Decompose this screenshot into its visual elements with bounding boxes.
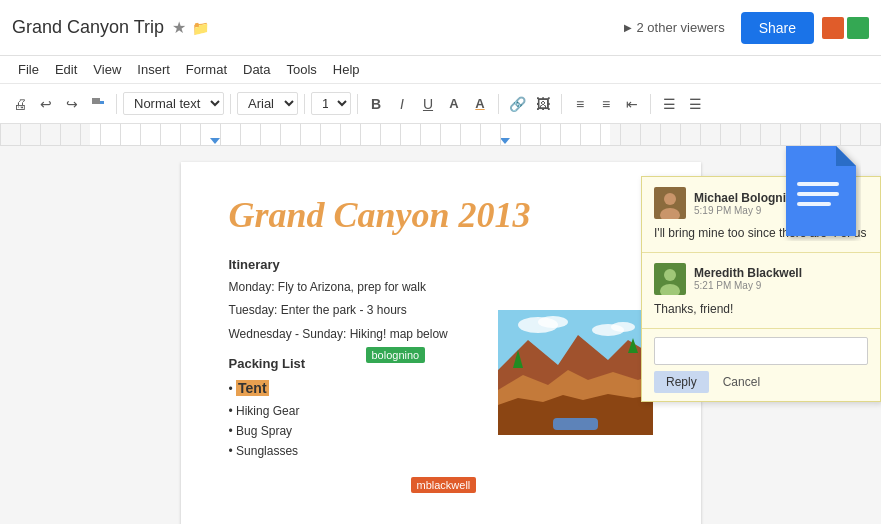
text-style-select[interactable]: Normal text Heading 1 Heading 2 <box>123 92 224 115</box>
redo-icon[interactable]: ↪ <box>60 92 84 116</box>
tent-highlight: Tent <box>236 380 269 396</box>
comment-text-2: Thanks, friend! <box>654 301 868 318</box>
bullet-list-button[interactable]: ≡ <box>594 92 618 116</box>
reply-input[interactable] <box>654 337 868 365</box>
user-dot-green <box>847 17 869 39</box>
toolbar-divider-7 <box>650 94 651 114</box>
svg-rect-16 <box>553 418 598 430</box>
toolbar-divider-4 <box>357 94 358 114</box>
viewers-area: ▶ 2 other viewers <box>624 20 724 35</box>
cursor-tag-bolognino: bolognino <box>366 347 426 363</box>
menu-format[interactable]: Format <box>180 60 233 79</box>
svg-marker-4 <box>500 138 510 144</box>
toolbar-divider-5 <box>498 94 499 114</box>
menu-help[interactable]: Help <box>327 60 366 79</box>
svg-rect-5 <box>797 182 839 186</box>
share-button[interactable]: Share <box>741 12 814 44</box>
svg-rect-6 <box>797 192 839 196</box>
doc-title[interactable]: Grand Canyon Trip <box>12 17 164 38</box>
svg-rect-2 <box>90 124 610 146</box>
comment-meta-2: Meredith Blackwell 5:21 PM May 9 <box>694 266 802 291</box>
comment-avatar-2 <box>654 263 686 295</box>
svg-point-20 <box>664 193 676 205</box>
comment-header-2: Meredith Blackwell 5:21 PM May 9 <box>654 263 868 295</box>
print-icon[interactable]: 🖨 <box>8 92 32 116</box>
font-size-select[interactable]: 11 12 14 <box>311 92 351 115</box>
svg-point-23 <box>664 269 676 281</box>
menu-edit[interactable]: Edit <box>49 60 83 79</box>
title-bar: Grand Canyon Trip ★ 📁 ▶ 2 other viewers … <box>0 0 881 56</box>
itinerary-title: Itinerary <box>229 257 653 272</box>
italic-button[interactable]: I <box>390 92 414 116</box>
undo-icon[interactable]: ↩ <box>34 92 58 116</box>
paint-format-icon[interactable] <box>86 92 110 116</box>
toolbar: 🖨 ↩ ↪ Normal text Heading 1 Heading 2 Ar… <box>0 84 881 124</box>
menu-tools[interactable]: Tools <box>280 60 322 79</box>
menu-insert[interactable]: Insert <box>131 60 176 79</box>
menu-file[interactable]: File <box>12 60 45 79</box>
menu-bar: File Edit View Insert Format Data Tools … <box>0 56 881 84</box>
play-icon: ▶ <box>624 22 632 33</box>
folder-icon[interactable]: 📁 <box>192 20 209 36</box>
comment-name-2: Meredith Blackwell <box>694 266 802 280</box>
font-select[interactable]: Arial <box>237 92 298 115</box>
decrease-indent-button[interactable]: ⇤ <box>620 92 644 116</box>
canyon-image <box>498 310 653 435</box>
star-icon[interactable]: ★ <box>172 18 186 37</box>
comment-avatar-1 <box>654 187 686 219</box>
svg-rect-0 <box>92 98 100 104</box>
align-right-button[interactable]: ☰ <box>683 92 707 116</box>
menu-data[interactable]: Data <box>237 60 276 79</box>
content-area: Grand Canyon 2013 bolognino Itinerary Mo… <box>0 146 881 524</box>
toolbar-divider-3 <box>304 94 305 114</box>
itinerary-line-1: Monday: Fly to Arizona, prep for walk <box>229 278 653 297</box>
highlight-button[interactable]: A <box>468 92 492 116</box>
user-dot-orange <box>822 17 844 39</box>
reply-area: Reply Cancel <box>642 329 880 401</box>
cursor-tag-mblackwell: mblackwell <box>411 477 477 493</box>
comment-item-2: Meredith Blackwell 5:21 PM May 9 Thanks,… <box>642 253 880 329</box>
image-button[interactable]: 🖼 <box>531 92 555 116</box>
viewers-text: 2 other viewers <box>636 20 724 35</box>
svg-rect-7 <box>797 202 831 206</box>
link-button[interactable]: 🔗 <box>505 92 529 116</box>
packing-sunglasses: • Sunglasses <box>229 441 653 461</box>
svg-point-10 <box>538 316 568 328</box>
comment-time-2: 5:21 PM May 9 <box>694 280 802 291</box>
font-color-button[interactable]: A <box>442 92 466 116</box>
ruler <box>0 124 881 146</box>
svg-marker-3 <box>210 138 220 144</box>
menu-view[interactable]: View <box>87 60 127 79</box>
toolbar-divider-1 <box>116 94 117 114</box>
align-left-button[interactable]: ☰ <box>657 92 681 116</box>
document: Grand Canyon 2013 bolognino Itinerary Mo… <box>181 162 701 524</box>
svg-point-12 <box>611 322 635 332</box>
underline-button[interactable]: U <box>416 92 440 116</box>
cancel-button[interactable]: Cancel <box>715 371 768 393</box>
reply-button[interactable]: Reply <box>654 371 709 393</box>
bold-button[interactable]: B <box>364 92 388 116</box>
svg-rect-1 <box>0 124 881 146</box>
numbered-list-button[interactable]: ≡ <box>568 92 592 116</box>
doc-heading: Grand Canyon 2013 <box>229 194 653 237</box>
toolbar-divider-6 <box>561 94 562 114</box>
toolbar-divider-2 <box>230 94 231 114</box>
reply-buttons: Reply Cancel <box>654 371 868 393</box>
docs-icon <box>781 146 861 241</box>
